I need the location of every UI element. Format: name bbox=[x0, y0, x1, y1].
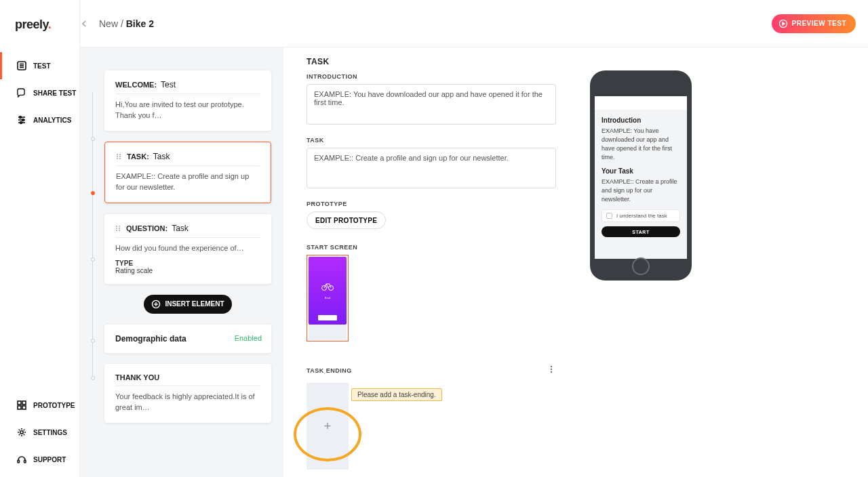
intro-label: INTRODUCTION bbox=[307, 73, 868, 80]
card-desc: Your feedback is highly appreciated.It i… bbox=[115, 392, 260, 413]
nav-test[interactable]: TEST bbox=[0, 52, 79, 79]
checkbox-icon bbox=[606, 213, 612, 219]
nav-prototype[interactable]: PROTOTYPE bbox=[0, 392, 79, 419]
nav-label: TEST bbox=[33, 62, 51, 70]
preview-task-text: EXAMPLE:: Create a profile and sign up f… bbox=[601, 178, 680, 204]
topbar: New / Bike 2 PREVIEW TEST bbox=[80, 0, 868, 47]
preview-test-button[interactable]: PREVIEW TEST bbox=[772, 14, 856, 33]
play-circle-icon bbox=[778, 19, 788, 28]
edit-prototype-button[interactable]: EDIT PROTOTYPE bbox=[307, 211, 386, 229]
svg-point-25 bbox=[116, 226, 117, 227]
type-label: TYPE bbox=[115, 260, 260, 267]
headset-icon bbox=[17, 455, 26, 464]
nav-label: SHARE TEST bbox=[33, 89, 76, 97]
logo: preely. bbox=[15, 18, 79, 32]
nav-settings[interactable]: SETTINGS bbox=[0, 419, 79, 446]
insert-element-button[interactable]: INSERT ELEMENT bbox=[144, 295, 232, 314]
nav-label: SETTINGS bbox=[33, 429, 67, 436]
bike-icon bbox=[321, 281, 334, 293]
svg-point-27 bbox=[116, 230, 117, 231]
home-button-icon bbox=[632, 257, 650, 275]
task-ending-wrap: + Please add a task-ending. bbox=[307, 383, 349, 470]
task-label: TASK bbox=[307, 137, 868, 144]
svg-point-24 bbox=[119, 158, 121, 159]
nav-label: SUPPORT bbox=[33, 456, 66, 463]
card-kind: TASK: bbox=[127, 152, 149, 161]
gear-icon bbox=[17, 428, 26, 437]
nav-top: TEST SHARE TEST ANALYTICS bbox=[0, 52, 79, 133]
card-desc: EXAMPLE:: Create a profile and sign up f… bbox=[116, 171, 260, 193]
card-subject: Task bbox=[153, 152, 170, 161]
enabled-badge: Enabled bbox=[235, 334, 262, 342]
preview-task-heading: Your Task bbox=[601, 167, 680, 175]
svg-rect-16 bbox=[24, 460, 26, 463]
thankyou-card[interactable]: THANK YOU Your feedback is highly apprec… bbox=[104, 364, 271, 423]
svg-rect-10 bbox=[18, 401, 21, 405]
welcome-card[interactable]: WELCOME: Test Hi,You are invited to test… bbox=[104, 70, 271, 131]
start-screen-thumb[interactable]: Brud bbox=[307, 255, 349, 341]
sliders-icon bbox=[17, 115, 26, 125]
list-icon bbox=[17, 61, 26, 70]
breadcrumb-root[interactable]: New bbox=[99, 18, 118, 29]
demographic-card[interactable]: Demographic data Enabled bbox=[104, 325, 271, 353]
svg-point-20 bbox=[117, 156, 118, 157]
svg-point-38 bbox=[551, 371, 552, 373]
card-desc: How did you found the experience of… bbox=[115, 243, 260, 254]
card-title: THANK YOU bbox=[115, 373, 159, 381]
svg-rect-15 bbox=[18, 460, 20, 463]
section-title: TASK bbox=[307, 57, 868, 66]
elements-column: WELCOME: Test Hi,You are invited to test… bbox=[80, 47, 283, 477]
plus-circle-icon bbox=[151, 299, 161, 309]
drag-icon bbox=[116, 153, 123, 160]
nav-share-test[interactable]: SHARE TEST bbox=[0, 79, 79, 106]
task-card[interactable]: TASK: Task EXAMPLE:: Create a profile an… bbox=[104, 142, 271, 203]
understand-checkbox[interactable]: I understand the task bbox=[601, 209, 680, 222]
chevron-left-icon bbox=[81, 20, 87, 27]
svg-point-36 bbox=[551, 366, 552, 367]
card-subject: Task bbox=[172, 224, 189, 233]
type-value: Rating scale bbox=[115, 267, 260, 274]
nav-bottom: PROTOTYPE SETTINGS SUPPORT bbox=[0, 392, 79, 473]
svg-rect-12 bbox=[18, 406, 21, 409]
prototype-label: PROTOTYPE bbox=[307, 201, 868, 207]
breadcrumb-current: Bike 2 bbox=[126, 18, 154, 29]
card-kind: QUESTION: bbox=[126, 224, 167, 232]
card-desc: Hi,You are invited to test our prototype… bbox=[115, 100, 260, 121]
svg-point-19 bbox=[117, 154, 118, 155]
svg-rect-13 bbox=[22, 406, 26, 409]
nav-label: PROTOTYPE bbox=[33, 402, 75, 409]
grid-icon bbox=[17, 400, 26, 410]
task-textarea[interactable] bbox=[307, 148, 556, 188]
ending-tooltip: Please add a task-ending. bbox=[351, 388, 442, 401]
svg-point-30 bbox=[119, 230, 120, 231]
breadcrumb: New / Bike 2 bbox=[99, 18, 154, 29]
card-subject: Test bbox=[161, 80, 176, 89]
intro-textarea[interactable] bbox=[307, 84, 556, 125]
task-ending-menu[interactable] bbox=[547, 365, 556, 376]
svg-point-21 bbox=[117, 158, 118, 159]
start-screen-label: START SCREEN bbox=[307, 244, 868, 251]
drag-icon bbox=[115, 225, 122, 232]
task-editor: TASK INTRODUCTION TASK PROTOTYPE EDIT PR… bbox=[283, 47, 868, 477]
card-kind: WELCOME: bbox=[115, 81, 157, 89]
svg-point-29 bbox=[119, 228, 120, 229]
task-ending-label: TASK ENDING bbox=[307, 367, 352, 374]
kebab-icon bbox=[547, 365, 556, 374]
question-card[interactable]: QUESTION: Task How did you found the exp… bbox=[104, 214, 271, 284]
svg-point-14 bbox=[20, 431, 23, 434]
svg-point-22 bbox=[119, 154, 121, 155]
svg-point-37 bbox=[551, 369, 552, 370]
svg-point-26 bbox=[116, 228, 117, 229]
preview-intro-text: EXAMPLE: You have downloaded our app and… bbox=[601, 127, 680, 162]
nav-support[interactable]: SUPPORT bbox=[0, 446, 79, 473]
nav-analytics[interactable]: ANALYTICS bbox=[0, 106, 79, 133]
preview-intro-heading: Introduction bbox=[601, 117, 680, 124]
start-button[interactable]: START bbox=[601, 226, 680, 237]
card-title: Demographic data bbox=[115, 334, 186, 344]
back-button[interactable] bbox=[76, 16, 92, 32]
svg-rect-11 bbox=[22, 401, 26, 405]
svg-point-23 bbox=[119, 156, 121, 157]
add-task-ending-button[interactable]: + bbox=[307, 383, 349, 470]
svg-point-28 bbox=[119, 226, 120, 227]
svg-marker-18 bbox=[783, 22, 785, 25]
